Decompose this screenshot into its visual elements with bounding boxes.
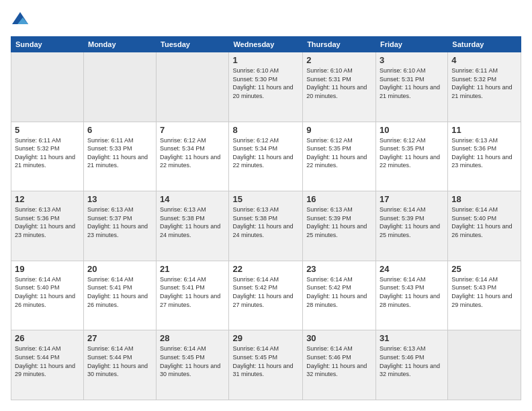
weekday-header-wednesday: Wednesday — [229, 37, 303, 52]
day-number: 12 — [15, 194, 80, 204]
day-number: 27 — [87, 333, 152, 343]
day-info: Sunrise: 6:14 AM Sunset: 5:40 PM Dayligh… — [15, 275, 80, 309]
calendar-week-row: 12Sunrise: 6:13 AM Sunset: 5:36 PM Dayli… — [11, 191, 521, 261]
calendar-cell: 21Sunrise: 6:14 AM Sunset: 5:41 PM Dayli… — [157, 261, 229, 330]
day-info: Sunrise: 6:14 AM Sunset: 5:43 PM Dayligh… — [380, 275, 444, 309]
day-number: 4 — [451, 55, 517, 65]
weekday-header-thursday: Thursday — [303, 37, 376, 52]
calendar-cell: 2Sunrise: 6:10 AM Sunset: 5:31 PM Daylig… — [303, 52, 376, 122]
day-info: Sunrise: 6:14 AM Sunset: 5:45 PM Dayligh… — [232, 345, 299, 378]
day-info: Sunrise: 6:10 AM Sunset: 5:31 PM Dayligh… — [306, 66, 372, 100]
calendar-cell: 28Sunrise: 6:14 AM Sunset: 5:45 PM Dayli… — [157, 330, 229, 400]
day-info: Sunrise: 6:12 AM Sunset: 5:35 PM Dayligh… — [306, 136, 372, 170]
day-info: Sunrise: 6:13 AM Sunset: 5:39 PM Dayligh… — [306, 205, 372, 239]
day-number: 15 — [232, 194, 299, 204]
day-number: 21 — [160, 264, 225, 274]
day-number: 8 — [232, 125, 299, 135]
day-number: 28 — [160, 333, 225, 343]
calendar-cell: 18Sunrise: 6:14 AM Sunset: 5:40 PM Dayli… — [448, 191, 521, 261]
calendar-cell: 16Sunrise: 6:13 AM Sunset: 5:39 PM Dayli… — [303, 191, 376, 261]
calendar-cell — [11, 52, 84, 122]
day-number: 14 — [160, 194, 225, 204]
day-info: Sunrise: 6:11 AM Sunset: 5:32 PM Dayligh… — [451, 66, 517, 100]
day-number: 26 — [15, 333, 80, 343]
day-number: 13 — [87, 194, 152, 204]
day-info: Sunrise: 6:14 AM Sunset: 5:42 PM Dayligh… — [232, 275, 299, 309]
day-number: 22 — [232, 264, 299, 274]
weekday-header-monday: Monday — [83, 37, 156, 52]
calendar-cell: 29Sunrise: 6:14 AM Sunset: 5:45 PM Dayli… — [229, 330, 303, 400]
day-info: Sunrise: 6:14 AM Sunset: 5:44 PM Dayligh… — [15, 345, 80, 378]
calendar-cell: 17Sunrise: 6:14 AM Sunset: 5:39 PM Dayli… — [375, 191, 447, 261]
calendar-cell — [83, 52, 156, 122]
day-info: Sunrise: 6:14 AM Sunset: 5:41 PM Dayligh… — [87, 275, 152, 309]
day-info: Sunrise: 6:14 AM Sunset: 5:41 PM Dayligh… — [160, 275, 225, 309]
calendar-week-row: 26Sunrise: 6:14 AM Sunset: 5:44 PM Dayli… — [11, 330, 521, 400]
calendar-cell: 20Sunrise: 6:14 AM Sunset: 5:41 PM Dayli… — [83, 261, 156, 330]
calendar-cell: 23Sunrise: 6:14 AM Sunset: 5:42 PM Dayli… — [303, 261, 376, 330]
day-info: Sunrise: 6:13 AM Sunset: 5:36 PM Dayligh… — [451, 136, 517, 170]
day-info: Sunrise: 6:12 AM Sunset: 5:35 PM Dayligh… — [380, 136, 444, 170]
day-info: Sunrise: 6:13 AM Sunset: 5:37 PM Dayligh… — [87, 205, 152, 239]
calendar-cell: 26Sunrise: 6:14 AM Sunset: 5:44 PM Dayli… — [11, 330, 84, 400]
day-info: Sunrise: 6:13 AM Sunset: 5:38 PM Dayligh… — [160, 205, 225, 239]
day-info: Sunrise: 6:14 AM Sunset: 5:43 PM Dayligh… — [451, 275, 517, 309]
calendar-cell: 10Sunrise: 6:12 AM Sunset: 5:35 PM Dayli… — [375, 122, 447, 191]
day-info: Sunrise: 6:14 AM Sunset: 5:44 PM Dayligh… — [87, 345, 152, 378]
day-number: 23 — [306, 264, 372, 274]
day-number: 6 — [87, 125, 152, 135]
calendar-week-row: 1Sunrise: 6:10 AM Sunset: 5:30 PM Daylig… — [11, 52, 521, 122]
day-info: Sunrise: 6:14 AM Sunset: 5:45 PM Dayligh… — [160, 345, 225, 378]
logo-icon — [11, 11, 30, 30]
calendar-cell: 15Sunrise: 6:13 AM Sunset: 5:38 PM Dayli… — [229, 191, 303, 261]
day-number: 2 — [306, 55, 372, 65]
day-info: Sunrise: 6:11 AM Sunset: 5:32 PM Dayligh… — [15, 136, 80, 170]
weekday-header-tuesday: Tuesday — [157, 37, 229, 52]
day-info: Sunrise: 6:10 AM Sunset: 5:31 PM Dayligh… — [380, 66, 444, 100]
calendar-cell: 25Sunrise: 6:14 AM Sunset: 5:43 PM Dayli… — [448, 261, 521, 330]
day-number: 20 — [87, 264, 152, 274]
header — [11, 11, 521, 30]
calendar-cell: 11Sunrise: 6:13 AM Sunset: 5:36 PM Dayli… — [448, 122, 521, 191]
calendar-cell: 9Sunrise: 6:12 AM Sunset: 5:35 PM Daylig… — [303, 122, 376, 191]
day-number: 3 — [380, 55, 444, 65]
calendar-table: SundayMondayTuesdayWednesdayThursdayFrid… — [11, 36, 521, 400]
day-number: 25 — [451, 264, 517, 274]
weekday-header-sunday: Sunday — [11, 37, 84, 52]
day-number: 29 — [232, 333, 299, 343]
calendar-cell: 13Sunrise: 6:13 AM Sunset: 5:37 PM Dayli… — [83, 191, 156, 261]
logo — [11, 11, 32, 30]
calendar-cell — [448, 330, 521, 400]
day-info: Sunrise: 6:13 AM Sunset: 5:38 PM Dayligh… — [232, 205, 299, 239]
day-info: Sunrise: 6:14 AM Sunset: 5:46 PM Dayligh… — [306, 345, 372, 378]
day-info: Sunrise: 6:14 AM Sunset: 5:40 PM Dayligh… — [451, 205, 517, 239]
calendar-cell — [157, 52, 229, 122]
weekday-header-saturday: Saturday — [448, 37, 521, 52]
day-info: Sunrise: 6:14 AM Sunset: 5:39 PM Dayligh… — [380, 205, 444, 239]
calendar-cell: 19Sunrise: 6:14 AM Sunset: 5:40 PM Dayli… — [11, 261, 84, 330]
day-info: Sunrise: 6:13 AM Sunset: 5:46 PM Dayligh… — [380, 345, 444, 378]
day-number: 17 — [380, 194, 444, 204]
day-number: 19 — [15, 264, 80, 274]
day-number: 16 — [306, 194, 372, 204]
day-info: Sunrise: 6:14 AM Sunset: 5:42 PM Dayligh… — [306, 275, 372, 309]
page: SundayMondayTuesdayWednesdayThursdayFrid… — [0, 0, 532, 411]
day-info: Sunrise: 6:11 AM Sunset: 5:33 PM Dayligh… — [87, 136, 152, 170]
day-number: 1 — [232, 55, 299, 65]
calendar-cell: 8Sunrise: 6:12 AM Sunset: 5:34 PM Daylig… — [229, 122, 303, 191]
day-info: Sunrise: 6:10 AM Sunset: 5:30 PM Dayligh… — [232, 66, 299, 100]
calendar-week-row: 5Sunrise: 6:11 AM Sunset: 5:32 PM Daylig… — [11, 122, 521, 191]
calendar-cell: 27Sunrise: 6:14 AM Sunset: 5:44 PM Dayli… — [83, 330, 156, 400]
day-info: Sunrise: 6:13 AM Sunset: 5:36 PM Dayligh… — [15, 205, 80, 239]
calendar-cell: 6Sunrise: 6:11 AM Sunset: 5:33 PM Daylig… — [83, 122, 156, 191]
calendar-cell: 12Sunrise: 6:13 AM Sunset: 5:36 PM Dayli… — [11, 191, 84, 261]
weekday-header-row: SundayMondayTuesdayWednesdayThursdayFrid… — [11, 37, 521, 52]
day-info: Sunrise: 6:12 AM Sunset: 5:34 PM Dayligh… — [160, 136, 225, 170]
day-number: 30 — [306, 333, 372, 343]
day-number: 24 — [380, 264, 444, 274]
calendar-cell: 31Sunrise: 6:13 AM Sunset: 5:46 PM Dayli… — [375, 330, 447, 400]
day-number: 10 — [380, 125, 444, 135]
day-number: 31 — [380, 333, 444, 343]
weekday-header-friday: Friday — [375, 37, 447, 52]
calendar-cell: 22Sunrise: 6:14 AM Sunset: 5:42 PM Dayli… — [229, 261, 303, 330]
